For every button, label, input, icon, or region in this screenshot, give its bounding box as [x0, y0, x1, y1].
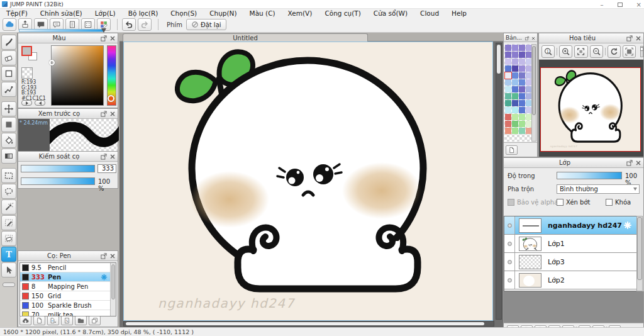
- menu-item[interactable]: Chỉnh sửa(E): [34, 9, 89, 17]
- reset-button[interactable]: Đặt lại: [186, 19, 226, 30]
- layer-list-scrollbar[interactable]: [636, 216, 643, 291]
- popup-icon[interactable]: [100, 153, 108, 160]
- palette-swatch[interactable]: [505, 93, 511, 99]
- popup-icon[interactable]: [100, 252, 108, 260]
- scrollbar-thumb[interactable]: [532, 46, 536, 115]
- layer-row[interactable]: nganhadayy hd247: [504, 216, 636, 235]
- palette-swatch[interactable]: [519, 79, 525, 86]
- palette-swatch[interactable]: [512, 72, 518, 79]
- reset-color-button[interactable]: [35, 100, 45, 106]
- scrollbar-thumb[interactable]: [126, 322, 484, 325]
- full-view-button[interactable]: [623, 45, 636, 58]
- close-icon[interactable]: [635, 35, 642, 42]
- gear-icon[interactable]: [623, 220, 633, 230]
- palette-swatch[interactable]: [505, 45, 511, 51]
- hue-indicator[interactable]: [108, 95, 114, 102]
- layer-opacity-slider[interactable]: [557, 172, 622, 179]
- palette-swatch[interactable]: [519, 59, 525, 65]
- checkbox-lock[interactable]: Khóa: [606, 199, 631, 206]
- fit-screen-button[interactable]: [574, 45, 587, 58]
- layer-visibility-toggle[interactable]: [504, 235, 515, 252]
- menu-item[interactable]: Cửa sổ(W): [367, 9, 414, 17]
- slider-marker[interactable]: [101, 28, 106, 33]
- palette-swatch[interactable]: [512, 114, 518, 120]
- palette-swatch[interactable]: [519, 128, 525, 134]
- transparent-color-swatch[interactable]: [21, 67, 33, 79]
- palette-swatch[interactable]: [512, 86, 518, 92]
- blend-mode-dropdown[interactable]: Bình thường: [557, 184, 640, 194]
- popup-icon[interactable]: [525, 35, 530, 40]
- palette-swatch[interactable]: [512, 107, 518, 113]
- zoom-in-button[interactable]: [559, 45, 572, 58]
- tool-select-eraser[interactable]: [1, 231, 16, 246]
- navigator-preview[interactable]: nganhadayy hd247: [540, 67, 641, 152]
- tool-move[interactable]: [1, 101, 16, 116]
- undo-button[interactable]: [122, 18, 136, 31]
- palette-scrollbar[interactable]: [531, 44, 536, 142]
- checkbox-icon[interactable]: [557, 199, 564, 206]
- popup-icon[interactable]: [100, 110, 108, 118]
- foreground-color-swatch[interactable]: [21, 46, 32, 56]
- tool-select-pen[interactable]: [1, 215, 16, 230]
- layer-visibility-toggle[interactable]: [504, 271, 515, 289]
- close-icon[interactable]: [109, 252, 116, 260]
- zoom-actual-button[interactable]: 1: [541, 45, 555, 58]
- close-icon[interactable]: [109, 35, 116, 42]
- tool-text[interactable]: T: [1, 247, 16, 262]
- tool-magic-wand[interactable]: [1, 199, 16, 215]
- checkbox-clipping[interactable]: Xén bớt: [557, 199, 590, 206]
- redo-button[interactable]: [138, 18, 152, 31]
- palette-swatch[interactable]: [505, 79, 511, 86]
- tool-object-select[interactable]: [1, 262, 16, 277]
- checkbox-protect-alpha[interactable]: Bảo vệ alpha: [508, 199, 558, 206]
- brush-size-value[interactable]: 333: [97, 164, 116, 173]
- palette-swatch[interactable]: [505, 121, 511, 127]
- scrollbar-thumb[interactable]: [111, 264, 115, 300]
- menu-item[interactable]: Lớp(L): [89, 9, 122, 17]
- brush-size-quick-slider[interactable]: [19, 29, 104, 32]
- palette-swatch[interactable]: [505, 65, 511, 72]
- menu-item[interactable]: Tệp(F): [0, 9, 34, 17]
- palette-swatch[interactable]: [512, 65, 518, 72]
- tool-bucket[interactable]: [1, 133, 16, 148]
- menu-item[interactable]: Bộ lọc(R): [122, 9, 165, 17]
- palette-swatch[interactable]: [512, 93, 518, 99]
- duplicate-brush-button[interactable]: [89, 316, 101, 325]
- new-brush-button[interactable]: [33, 316, 45, 325]
- brush-folder-button[interactable]: [75, 316, 87, 325]
- palette-swatch[interactable]: [519, 45, 525, 51]
- brush-opacity-slider[interactable]: [21, 177, 95, 185]
- palette-swatch[interactable]: [512, 128, 518, 134]
- hue-slider[interactable]: [107, 45, 116, 106]
- cloud-upload-button[interactable]: [19, 316, 31, 325]
- popup-icon[interactable]: [626, 159, 633, 167]
- palette-swatch[interactable]: [519, 93, 525, 99]
- close-icon[interactable]: [109, 110, 116, 118]
- palette-swatch[interactable]: [519, 100, 525, 106]
- brush-size-slider[interactable]: [21, 165, 95, 172]
- brush-row[interactable]: 150Grid: [20, 291, 116, 301]
- script-brush-button[interactable]: S: [61, 316, 73, 325]
- palette-swatch[interactable]: [512, 79, 518, 86]
- close-icon[interactable]: [531, 35, 536, 40]
- palette-swatch[interactable]: [505, 128, 511, 134]
- brush-row[interactable]: 9.5Pencil: [20, 263, 116, 272]
- palette-swatch[interactable]: [505, 114, 511, 120]
- palette-swatch[interactable]: [512, 59, 518, 65]
- palette-swatch[interactable]: [505, 100, 511, 106]
- tool-select-filled[interactable]: [1, 117, 16, 132]
- tool-lasso[interactable]: [1, 184, 16, 199]
- close-icon[interactable]: [635, 159, 642, 167]
- checkbox-icon[interactable]: [508, 199, 514, 206]
- brush-row[interactable]: 100Sparkle Brush: [20, 301, 116, 310]
- tool-column-slider[interactable]: [3, 283, 15, 287]
- palette-swatch[interactable]: [512, 45, 518, 51]
- menu-item[interactable]: Xem(V): [282, 9, 319, 17]
- new-palette-button[interactable]: [506, 145, 518, 155]
- close-icon[interactable]: [109, 153, 116, 160]
- palette-swatch[interactable]: [505, 72, 511, 79]
- palette-swatch[interactable]: [519, 121, 525, 127]
- checkbox-icon[interactable]: [606, 199, 613, 206]
- layer-row[interactable]: Lớp3: [504, 253, 636, 271]
- brush-row[interactable]: 333Pen: [20, 272, 116, 282]
